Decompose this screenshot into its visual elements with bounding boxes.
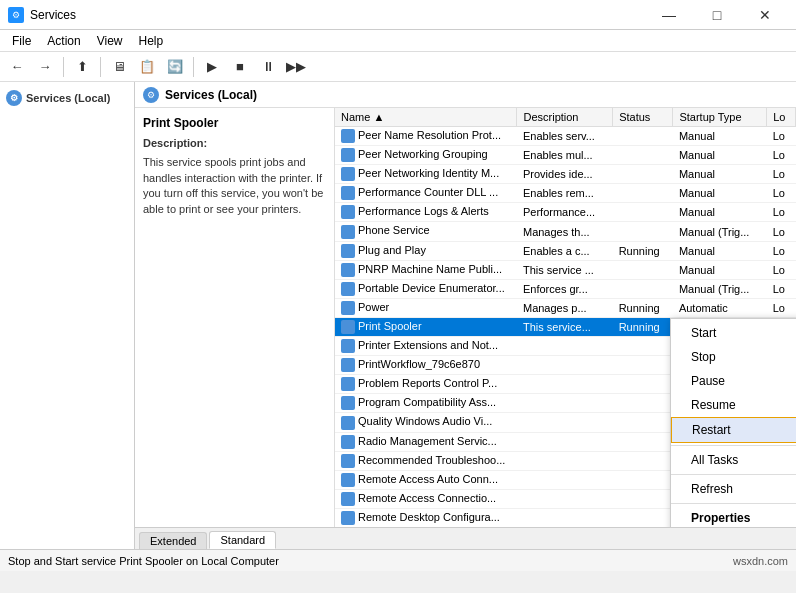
service-startup-cell: Manual (Trig... (673, 279, 767, 298)
services-local-icon: ⚙ (6, 90, 22, 106)
forward-button[interactable]: → (32, 55, 58, 79)
minimize-button[interactable]: — (646, 0, 692, 30)
service-name-cell: Plug and Play (335, 241, 517, 260)
service-status-cell (613, 165, 673, 184)
col-log-on[interactable]: Lo (767, 108, 796, 127)
service-status-cell (613, 451, 673, 470)
service-status-cell (613, 203, 673, 222)
properties-button[interactable]: 📋 (134, 55, 160, 79)
service-status-cell (613, 413, 673, 432)
col-status[interactable]: Status (613, 108, 673, 127)
restart-service-button[interactable]: ▶▶ (283, 55, 309, 79)
service-desc-cell (517, 451, 613, 470)
ctx-restart[interactable]: Restart (671, 417, 796, 443)
service-status-cell (613, 337, 673, 356)
table-row[interactable]: Peer Networking GroupingEnables mul...Ma… (335, 146, 796, 165)
content-header: ⚙ Services (Local) (135, 82, 796, 108)
service-name-cell: Problem Reports Control P... (335, 375, 517, 394)
ctx-start[interactable]: Start (671, 321, 796, 345)
table-row[interactable]: Peer Networking Identity M...Provides id… (335, 165, 796, 184)
table-row[interactable]: Performance Logs & AlertsPerformance...M… (335, 203, 796, 222)
table-row[interactable]: Phone ServiceManages th...Manual (Trig..… (335, 222, 796, 241)
menu-help[interactable]: Help (131, 30, 172, 52)
service-desc-cell: Provides ide... (517, 165, 613, 184)
menu-view[interactable]: View (89, 30, 131, 52)
service-desc-cell: Enables rem... (517, 184, 613, 203)
title-bar: ⚙ Services — □ ✕ (0, 0, 796, 30)
service-desc-cell: Enables mul... (517, 146, 613, 165)
ctx-stop[interactable]: Stop (671, 345, 796, 369)
up-button[interactable]: ⬆ (69, 55, 95, 79)
service-logon-cell: Lo (767, 165, 796, 184)
start-service-button[interactable]: ▶ (199, 55, 225, 79)
col-description[interactable]: Description (517, 108, 613, 127)
service-desc-cell (517, 508, 613, 527)
service-desc-cell (517, 489, 613, 508)
service-desc-cell: Enforces gr... (517, 279, 613, 298)
ctx-resume[interactable]: Resume (671, 393, 796, 417)
service-name-cell: Peer Networking Grouping (335, 146, 517, 165)
toolbar: ← → ⬆ 🖥 📋 🔄 ▶ ■ ⏸ ▶▶ (0, 52, 796, 82)
show-hide-button[interactable]: 🖥 (106, 55, 132, 79)
service-status-cell (613, 432, 673, 451)
table-row[interactable]: Peer Name Resolution Prot...Enables serv… (335, 127, 796, 146)
service-logon-cell: Lo (767, 203, 796, 222)
sidebar-item-services-local[interactable]: ⚙ Services (Local) (4, 86, 130, 110)
service-name-cell: PNRP Machine Name Publi... (335, 260, 517, 279)
service-name: Print Spooler (143, 116, 326, 130)
menu-action[interactable]: Action (39, 30, 88, 52)
service-status-cell (613, 127, 673, 146)
table-row[interactable]: PNRP Machine Name Publi...This service .… (335, 260, 796, 279)
table-row[interactable]: Portable Device Enumerator...Enforces gr… (335, 279, 796, 298)
service-logon-cell: Lo (767, 260, 796, 279)
service-status-cell (613, 375, 673, 394)
service-desc-cell: Enables serv... (517, 127, 613, 146)
table-row[interactable]: PowerManages p...RunningAutomaticLo (335, 298, 796, 317)
service-desc-cell: This service... (517, 317, 613, 336)
service-logon-cell: Lo (767, 146, 796, 165)
service-name-cell: Radio Management Servic... (335, 432, 517, 451)
left-panel: Print Spooler Description: This service … (135, 108, 335, 527)
service-name-cell: Program Compatibility Ass... (335, 394, 517, 413)
service-name-cell: Performance Logs & Alerts (335, 203, 517, 222)
content-area: ⚙ Services (Local) Print Spooler Descrip… (135, 82, 796, 549)
service-logon-cell: Lo (767, 241, 796, 260)
service-status-cell (613, 508, 673, 527)
refresh-button[interactable]: 🔄 (162, 55, 188, 79)
table-row[interactable]: Performance Counter DLL ...Enables rem..… (335, 184, 796, 203)
service-logon-cell: Lo (767, 298, 796, 317)
service-name-cell: Printer Extensions and Not... (335, 337, 517, 356)
service-status-cell (613, 146, 673, 165)
back-button[interactable]: ← (4, 55, 30, 79)
ctx-refresh[interactable]: Refresh (671, 477, 796, 501)
stop-service-button[interactable]: ■ (227, 55, 253, 79)
tab-extended[interactable]: Extended (139, 532, 207, 549)
service-name-cell: Remote Access Connectio... (335, 489, 517, 508)
col-startup-type[interactable]: Startup Type (673, 108, 767, 127)
col-name[interactable]: Name ▲ (335, 108, 517, 127)
status-bar: Stop and Start service Print Spooler on … (0, 549, 796, 571)
service-status-cell (613, 470, 673, 489)
service-desc-cell (517, 432, 613, 451)
maximize-button[interactable]: □ (694, 0, 740, 30)
service-name-cell: Remote Desktop Configura... (335, 508, 517, 527)
service-startup-cell: Manual (673, 146, 767, 165)
menu-file[interactable]: File (4, 30, 39, 52)
service-desc-cell (517, 394, 613, 413)
close-button[interactable]: ✕ (742, 0, 788, 30)
tab-standard[interactable]: Standard (209, 531, 276, 549)
service-status-cell: Running (613, 241, 673, 260)
ctx-all-tasks[interactable]: All Tasks ▶ (671, 448, 796, 472)
service-desc-cell: Enables a c... (517, 241, 613, 260)
ctx-properties[interactable]: Properties (671, 506, 796, 527)
service-name-cell: Print Spooler (335, 317, 517, 336)
pause-service-button[interactable]: ⏸ (255, 55, 281, 79)
service-startup-cell: Manual (Trig... (673, 222, 767, 241)
content-header-title: Services (Local) (165, 88, 257, 102)
table-row[interactable]: Plug and PlayEnables a c...RunningManual… (335, 241, 796, 260)
service-name-cell: Quality Windows Audio Vi... (335, 413, 517, 432)
bottom-tabs: Extended Standard (135, 527, 796, 549)
ctx-pause[interactable]: Pause (671, 369, 796, 393)
service-status-cell (613, 279, 673, 298)
service-name-cell: Recommended Troubleshoo... (335, 451, 517, 470)
